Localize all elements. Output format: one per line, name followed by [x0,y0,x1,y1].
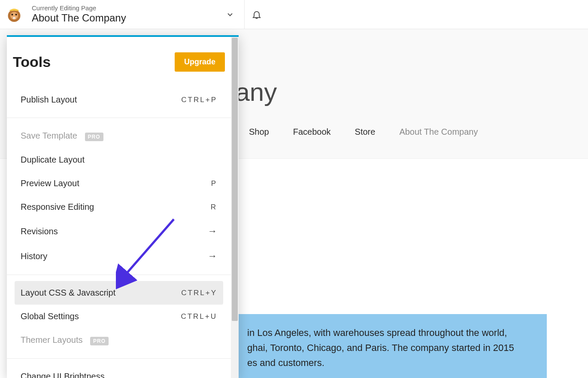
topbar: Currently Editing Page About The Company [0,0,588,29]
bell-icon[interactable] [245,0,269,29]
upgrade-button[interactable]: Upgrade [175,52,225,72]
dropdown-section: Layout CSS & Javascript CTRL+Y Global Se… [7,275,231,359]
item-shortcut: CTRL+P [181,96,217,104]
item-themer-layouts: Themer Layouts PRO [15,328,223,352]
item-duplicate-layout[interactable]: Duplicate Layout [15,148,223,172]
item-shortcut: R [211,203,217,212]
dropdown-section: Publish Layout CTRL+P [7,82,231,118]
svg-point-3 [15,14,17,15]
beaver-logo-icon[interactable] [4,5,24,24]
item-shortcut: CTRL+Y [181,289,217,297]
item-responsive-editing[interactable]: Responsive Editing R [15,195,223,219]
item-preview-layout[interactable]: Preview Layout P [15,172,223,195]
dropdown-scrollbar[interactable] [231,37,239,378]
item-save-template: Save Template PRO [15,124,223,148]
item-label: Preview Layout [21,178,79,188]
dropdown-title: Tools [13,54,51,70]
item-shortcut: CTRL+U [181,312,217,321]
item-layout-css-js[interactable]: Layout CSS & Javascript CTRL+Y [15,281,223,305]
item-label: Global Settings [21,311,79,321]
item-label: Publish Layout [21,95,77,105]
item-label: Responsive Editing [21,202,94,212]
item-change-ui-brightness[interactable]: Change UI Brightness [15,365,223,378]
item-label: Duplicate Layout [21,155,85,165]
topbar-left: Currently Editing Page About The Company [0,0,245,29]
item-label: History [21,251,47,261]
item-label: Revisions [21,227,58,236]
item-global-settings[interactable]: Global Settings CTRL+U [15,305,223,328]
item-label: Change UI Brightness [21,372,105,378]
svg-point-2 [11,14,13,15]
pro-badge: PRO [90,337,109,345]
currently-editing-label: Currently Editing Page [32,4,222,12]
dropdown-header: Tools Upgrade [7,37,231,82]
arrow-right-icon: → [208,251,217,262]
item-label: Themer Layouts [21,335,83,345]
title-block: Currently Editing Page About The Company [32,4,222,24]
nav-item-store[interactable]: Store [355,127,376,137]
item-revisions[interactable]: Revisions → [15,219,223,244]
nav-item-facebook[interactable]: Facebook [293,127,331,137]
tools-dropdown: Tools Upgrade Publish Layout CTRL+P Save… [7,35,239,378]
nav-item-shop[interactable]: Shop [249,127,269,137]
item-history[interactable]: History → [15,244,223,269]
dropdown-section: Save Template PRO Duplicate Layout Previ… [7,118,231,275]
pro-badge: PRO [85,133,103,141]
page-title: About The Company [32,12,222,24]
dropdown-section: Change UI Brightness [7,359,231,378]
item-label: Save Template [21,131,77,140]
item-publish-layout[interactable]: Publish Layout CTRL+P [15,88,223,112]
scroll-thumb[interactable] [232,38,238,321]
item-label: Layout CSS & Javascript [21,288,115,298]
nav-item-about[interactable]: About The Company [399,127,478,137]
chevron-down-icon[interactable] [222,6,238,23]
dropdown-caret-icon [221,35,232,37]
item-shortcut: P [211,179,217,188]
arrow-right-icon: → [208,226,217,237]
